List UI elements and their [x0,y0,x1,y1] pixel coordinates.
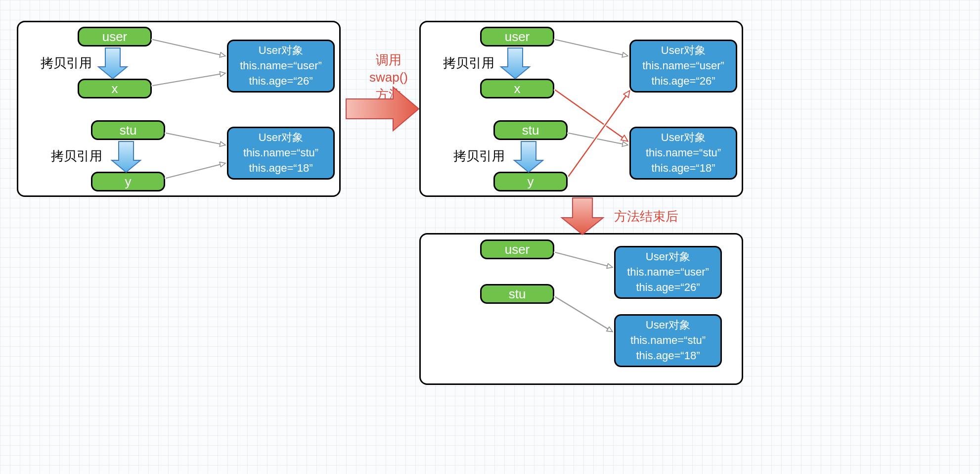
obj-stu-text-p3: User对象 this.name=“stu” this.age=“18” [630,318,706,363]
big-arrow-down-icon [562,198,603,235]
after-method-label: 方法结束后 [614,208,678,225]
var-x-label: x [112,82,118,95]
obj-stu-p1: User对象 this.name=“stu” this.age=“18” [227,127,335,180]
var-y-p2: y [493,172,568,191]
copyref-p2a: 拷贝引用 [443,54,494,72]
copyref-p2b: 拷贝引用 [453,147,505,165]
var-user-p3: user [480,239,554,259]
obj-user-p1: User对象 this.name=“user” this.age=“26” [227,40,335,93]
obj-stu-p3: User对象 this.name=“stu” this.age=“18” [614,314,722,367]
var-x-label-p2: x [514,82,521,95]
obj-user-text-p2: User对象 this.name=“user” this.age=“26” [642,43,724,89]
var-y-label-p2: y [528,175,534,188]
var-stu-p2: stu [493,120,568,140]
obj-user-p2: User对象 this.name=“user” this.age=“26” [629,40,737,93]
var-stu-p1: stu [91,120,165,140]
var-user-p1: user [78,27,152,47]
obj-user-text-p3: User对象 this.name=“user” this.age=“26” [627,249,709,295]
var-stu-label-p3: stu [509,287,526,300]
obj-stu-p2: User对象 this.name=“stu” this.age=“18” [629,127,737,180]
var-stu-label-p2: stu [522,124,539,137]
var-x-p2: x [480,79,554,98]
var-y-p1: y [91,172,165,191]
var-stu-p3: stu [480,284,554,304]
call-swap-label: 调用 swap() 方法 [369,51,408,103]
obj-stu-text: User对象 this.name=“stu” this.age=“18” [243,130,318,176]
obj-stu-text-p2: User对象 this.name=“stu” this.age=“18” [646,130,721,176]
obj-user-text: User对象 this.name=“user” this.age=“26” [240,43,322,89]
copyref-p1a: 拷贝引用 [41,54,92,72]
var-user-p2: user [480,27,554,47]
var-user-label-p2: user [505,30,530,43]
copyref-p1b: 拷贝引用 [51,147,102,165]
var-y-label: y [125,175,132,188]
var-stu-label: stu [120,124,137,137]
var-user-label: user [102,30,128,43]
var-user-label-p3: user [505,243,530,256]
obj-user-p3: User对象 this.name=“user” this.age=“26” [614,246,722,299]
var-x-p1: x [78,79,152,98]
